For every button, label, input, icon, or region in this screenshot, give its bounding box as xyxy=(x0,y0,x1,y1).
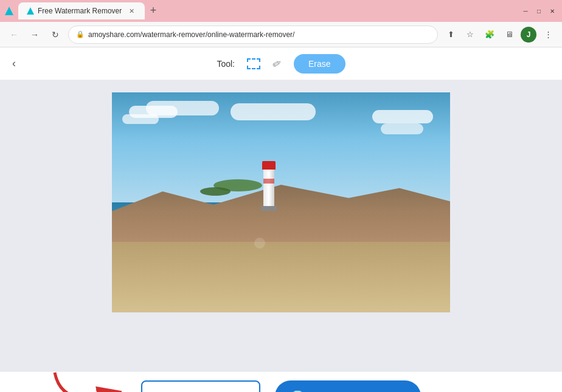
omnibar-actions: ⬆ ☆ 🧩 🖥 J ⋮ xyxy=(443,27,556,43)
share-icon[interactable]: ⬆ xyxy=(443,27,459,43)
minimize-button[interactable]: ─ xyxy=(521,6,530,16)
extensions-icon[interactable]: 🧩 xyxy=(482,27,498,43)
rocks-layer xyxy=(112,185,450,251)
lighthouse-body xyxy=(263,170,274,206)
lighthouse-top xyxy=(262,161,276,170)
tab-close-button[interactable]: ✕ xyxy=(127,6,136,16)
reload-button[interactable]: ↻ xyxy=(47,27,63,43)
address-text: amoyshare.com/watermark-remover/online-w… xyxy=(88,30,430,39)
ground-layer xyxy=(112,242,450,312)
diamond-icon: 💎 xyxy=(291,390,304,393)
back-nav-button[interactable]: ← xyxy=(6,27,22,43)
reflection xyxy=(254,238,265,249)
cloud-4 xyxy=(372,110,433,123)
tab-favicon xyxy=(5,7,13,15)
toolbar-back-button[interactable]: ‹ xyxy=(12,57,16,70)
main-content xyxy=(0,80,562,371)
action-bar: Download 💎 Download HD Image xyxy=(0,371,562,392)
tab-bar: Free Watermark Remover Onli... ✕ + xyxy=(18,2,516,20)
brush-tool-button[interactable]: ✏ xyxy=(270,55,285,72)
bookmark-icon[interactable]: ☆ xyxy=(462,27,478,43)
cloud-6 xyxy=(231,103,316,120)
forward-nav-button[interactable]: → xyxy=(27,27,43,43)
erase-button[interactable]: Erase xyxy=(294,54,345,74)
arrow-indicator xyxy=(49,366,122,392)
tab-title: Free Watermark Remover Onli... xyxy=(38,7,123,15)
download-hd-label: Download HD Image xyxy=(310,390,406,393)
tool-label: Tool: xyxy=(217,59,235,69)
cloud-2 xyxy=(146,101,219,115)
active-tab[interactable]: Free Watermark Remover Onli... ✕ xyxy=(18,2,145,19)
tab-favicon-inner xyxy=(27,7,34,15)
arrow-svg xyxy=(49,366,122,392)
menu-icon[interactable]: ⋮ xyxy=(540,27,556,43)
lighthouse-stripe xyxy=(263,179,274,184)
vegetation-2 xyxy=(200,187,231,196)
toolbar: ‹ Tool: ✏ Erase xyxy=(0,47,562,80)
restore-button[interactable]: □ xyxy=(534,6,544,16)
close-button[interactable]: ✕ xyxy=(547,6,557,16)
title-bar: Free Watermark Remover Onli... ✕ + ─ □ ✕ xyxy=(0,0,562,22)
address-bar[interactable]: 🔒 amoyshare.com/watermark-remover/online… xyxy=(68,26,438,44)
lighthouse-base xyxy=(261,206,277,211)
image-canvas xyxy=(112,92,450,312)
image-container xyxy=(112,92,450,312)
lock-icon: 🔒 xyxy=(76,30,85,38)
new-tab-button[interactable]: + xyxy=(145,2,162,19)
omnibar: ← → ↻ 🔒 amoyshare.com/watermark-remover/… xyxy=(0,22,562,47)
lighthouse xyxy=(261,161,277,211)
rectangle-tool-button[interactable] xyxy=(247,58,260,69)
cloud-3 xyxy=(122,114,159,124)
window-controls: ─ □ ✕ xyxy=(521,6,557,16)
cast-icon[interactable]: 🖥 xyxy=(501,27,517,43)
download-hd-button[interactable]: 💎 Download HD Image xyxy=(275,380,421,393)
profile-avatar[interactable]: J xyxy=(521,27,536,43)
cloud-5 xyxy=(381,123,423,134)
download-button[interactable]: Download xyxy=(141,380,260,393)
